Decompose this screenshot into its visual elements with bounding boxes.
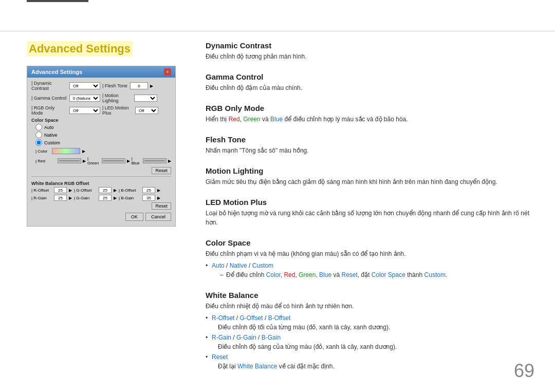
link-b-gain: B-Gain [262, 334, 281, 341]
heading-led-motion-plus: LED Motion Plus [206, 198, 534, 207]
slider-label-green: | Green [87, 156, 100, 165]
red-arrow[interactable]: ▶ [83, 159, 86, 163]
input-flesh-tone[interactable] [130, 82, 148, 89]
wb-offset-section: White Balance RGB Offset | R-Offset ▶ | … [31, 176, 171, 210]
page-title: Advanced Settings [27, 41, 133, 57]
left-column: Advanced Settings Advanced Settings × | … [27, 31, 191, 227]
sidebar-accent-line [27, 0, 88, 2]
color-slider-row-1: | Color ▶ [35, 148, 171, 154]
color-reset-button[interactable]: Reset [152, 167, 171, 174]
link-g-gain: G-Gain [236, 334, 256, 341]
text-gamma-control: Điều chỉnh độ đậm của màu chính. [206, 83, 534, 92]
link-red: Red [284, 271, 295, 278]
select-dynamic-contrast[interactable]: Off [69, 82, 100, 89]
bullet-auto-native-custom: Auto / Native / Custom Để điều chỉnh Col… [206, 261, 534, 279]
color-space-radio-group: Auto Native Custom [35, 124, 171, 146]
slider-green[interactable] [102, 158, 125, 163]
slider-red[interactable] [58, 158, 81, 163]
slider-blue[interactable] [143, 158, 166, 163]
color-space-section-label: Color Space [31, 118, 171, 123]
dialog-screenshot: Advanced Settings × | Dynamic Contrast O… [27, 66, 176, 227]
dialog-ok-button[interactable]: OK [125, 213, 143, 221]
radio-auto-input[interactable] [35, 124, 42, 130]
white-balance-bullets: R-Offset / G-Offset / B-Offset Điều chỉn… [206, 313, 534, 371]
label-b-offset: | B-Offset [119, 188, 140, 193]
radio-custom-input[interactable] [35, 139, 42, 146]
link-r-offset: R-Offset [212, 314, 234, 322]
text-led-motion-plus: Loại bỏ hiện tượng mờ và rung khỏi các c… [206, 209, 534, 227]
g-offset-arrow[interactable]: ▶ [114, 188, 117, 193]
label-led-motion: | LED Motion Plus [102, 105, 133, 116]
color-label-color: | Color [35, 149, 50, 154]
dialog-row-gamma: | Gamma Control 0 (Natural) | Motion Lig… [31, 93, 171, 103]
label-r-offset: | R-Offset [31, 188, 52, 193]
label-rgb: | RGB Only Mode [31, 105, 67, 116]
dialog-close-button[interactable]: × [164, 68, 171, 76]
b-offset-arrow[interactable]: ▶ [157, 188, 160, 193]
input-g-offset[interactable] [99, 187, 112, 193]
link-blue2: Blue [319, 271, 331, 278]
link-color: Color [266, 271, 281, 278]
dialog-body: | Dynamic Contrast Off | Flesh Tone ▶ | … [27, 78, 175, 226]
r-gain-arrow[interactable]: ▶ [69, 196, 72, 200]
color-sliders-area: | Color ▶ | Red ▶ | Green ▶ | Blue [35, 148, 171, 174]
link-native: Native [230, 262, 247, 269]
heading-flesh-tone: Flesh Tone [206, 135, 534, 144]
g-gain-arrow[interactable]: ▶ [114, 196, 117, 200]
link-color-space: Color Space [372, 271, 405, 278]
bullet-r-offset: R-Offset / G-Offset / B-Offset Điều chỉn… [206, 313, 534, 332]
wb-row-r-gain: | R-Gain ▶ | G-Gain ▶ | B-Gain ▶ [31, 195, 171, 201]
input-b-gain[interactable] [142, 195, 155, 201]
blue-arrow[interactable]: ▶ [168, 159, 171, 163]
input-r-offset[interactable] [54, 187, 67, 193]
right-column: Dynamic Contrast Điều chỉnh độ tương phả… [206, 31, 534, 372]
sub-text-offset: Điều chỉnh độ tối của từng màu (đỏ, xanh… [218, 323, 534, 332]
label-g-offset: | G-Offset [74, 188, 97, 193]
slider-label-red: | Red [35, 159, 56, 163]
link-auto: Auto [212, 262, 225, 269]
sub-item-color-space-custom: Để điều chỉnh Color, Red, Green, Blue và… [220, 270, 534, 279]
text-white-balance: Điều chỉnh nhiệt độ màu để có hình ảnh t… [206, 302, 534, 311]
radio-custom[interactable]: Custom [35, 139, 171, 146]
input-r-gain[interactable] [54, 195, 67, 201]
flesh-tone-arrow[interactable]: ▶ [150, 84, 153, 88]
link-white-balance: White Balance [237, 363, 277, 370]
label-motion-lighting: | Motion Lighting [102, 93, 132, 103]
text-flesh-tone: Nhấn mạnh "Tông sắc sō" màu hồng. [206, 146, 534, 155]
select-motion-lighting[interactable] [134, 95, 157, 102]
label-dynamic-contrast: | Dynamic Contrast [31, 81, 67, 91]
select-gamma[interactable]: 0 (Natural) [69, 95, 100, 102]
radio-auto[interactable]: Auto [35, 124, 171, 130]
heading-gamma-control: Gamma Control [206, 72, 534, 81]
radio-native-input[interactable] [35, 132, 42, 138]
rgb-blue-link: Blue [270, 116, 283, 123]
input-g-gain[interactable] [99, 195, 112, 201]
link-r-gain: R-Gain [212, 334, 231, 341]
link-g-offset: G-Offset [239, 314, 263, 322]
input-b-offset[interactable] [142, 187, 155, 193]
r-offset-arrow[interactable]: ▶ [69, 188, 72, 193]
link-reset1: Reset [341, 271, 357, 278]
heading-white-balance: White Balance [206, 291, 534, 300]
slider-row-red: | Red ▶ | Green ▶ | Blue ▶ [35, 156, 171, 165]
radio-native[interactable]: Native [35, 132, 171, 138]
page-number: 69 [514, 360, 534, 382]
link-b-offset: B-Offset [268, 314, 291, 322]
color-swatch [52, 148, 80, 154]
heading-rgb-only-mode: RGB Only Mode [206, 104, 534, 113]
link-reset-wb: Reset [212, 353, 228, 361]
dialog-cancel-button[interactable]: Cancel [145, 213, 171, 221]
label-flesh-tone: | Flesh Tone [102, 83, 128, 88]
color-space-bullets: Auto / Native / Custom Để điều chỉnh Col… [206, 261, 534, 279]
select-led-motion[interactable]: Off [135, 107, 158, 114]
label-r-gain: | R-Gain [31, 196, 52, 200]
heading-dynamic-contrast: Dynamic Contrast [206, 41, 534, 50]
slider-label-blue: | Blue [132, 156, 142, 165]
color-arrow[interactable]: ▶ [82, 149, 85, 154]
dialog-titlebar: Advanced Settings × [27, 66, 175, 78]
select-rgb[interactable]: Off [69, 107, 100, 114]
green-arrow[interactable]: ▶ [127, 159, 130, 163]
b-gain-arrow[interactable]: ▶ [157, 196, 160, 200]
link-custom2: Custom [424, 271, 446, 278]
wb-reset-button[interactable]: Reset [152, 202, 171, 210]
